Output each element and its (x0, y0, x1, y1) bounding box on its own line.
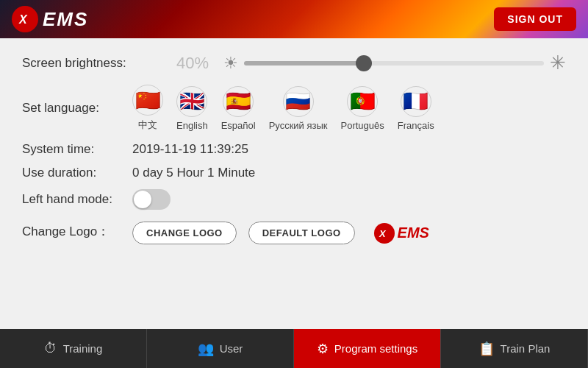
header: X EMS SIGN OUT (0, 0, 588, 38)
logo-icon: X (12, 6, 38, 32)
language-option-français[interactable]: 🇫🇷Français (398, 86, 434, 131)
flag-icon: 🇨🇳 (132, 85, 163, 116)
brightness-slider-thumb[interactable] (356, 55, 372, 71)
language-name: Français (398, 120, 434, 131)
nav-tab-user[interactable]: 👥User (147, 329, 294, 368)
use-duration-value: 0 day 5 Hour 1 Minute (132, 166, 255, 180)
flag-icon: 🇪🇸 (223, 86, 254, 117)
brightness-control[interactable]: ☀ ✳ (223, 52, 566, 74)
language-name: Português (341, 120, 384, 131)
svg-text:X: X (18, 13, 28, 26)
flag-icon: 🇵🇹 (347, 86, 378, 117)
change-logo-button[interactable]: CHANGE LOGO (132, 222, 237, 244)
nav-tab-training[interactable]: ⏱Training (0, 329, 147, 368)
nav-tab-program[interactable]: ⚙Program settings (294, 329, 441, 368)
user-label: User (220, 342, 243, 355)
ems-preview-text: EMS (398, 224, 429, 241)
training-label: Training (63, 342, 103, 355)
left-hand-row: Left hand mode: (22, 189, 566, 210)
program-icon: ⚙ (317, 341, 329, 357)
flag-icon: 🇷🇺 (283, 86, 314, 117)
logo-text: EMS (43, 8, 88, 31)
language-label: Set language: (22, 101, 132, 116)
language-option-русский-язык[interactable]: 🇷🇺Русский язык (269, 86, 328, 131)
change-logo-label: Change Logo： (22, 223, 132, 240)
language-option-português[interactable]: 🇵🇹Português (341, 86, 384, 131)
left-hand-label: Left hand mode: (22, 192, 132, 207)
sun-dim-icon: ☀ (223, 54, 238, 73)
language-flags: 🇨🇳中文🇬🇧English🇪🇸Español🇷🇺Русский язык🇵🇹Po… (132, 85, 434, 132)
system-time-row: System time: 2019-11-19 11:39:25 (22, 142, 566, 157)
flag-icon: 🇬🇧 (176, 86, 207, 117)
toggle-knob (134, 191, 151, 208)
training-icon: ⏱ (44, 341, 57, 356)
sun-bright-icon: ✳ (550, 52, 566, 74)
brightness-percent: 40% (176, 54, 209, 73)
brightness-row: Screen brightness: 40% ☀ ✳ (22, 52, 566, 74)
use-duration-row: Use duration: 0 day 5 Hour 1 Minute (22, 166, 566, 180)
system-time-value: 2019-11-19 11:39:25 (132, 142, 248, 157)
logo-area: X EMS (12, 6, 88, 32)
ems-preview-icon: X (374, 223, 395, 244)
use-duration-label: Use duration: (22, 166, 132, 180)
flag-icon: 🇫🇷 (401, 86, 431, 117)
language-option-中文[interactable]: 🇨🇳中文 (132, 85, 163, 132)
main-content: Screen brightness: 40% ☀ ✳ Set language:… (0, 38, 588, 329)
bottom-navigation: ⏱Training👥User⚙Program settings📋Train Pl… (0, 329, 588, 368)
sign-out-button[interactable]: SIGN OUT (494, 7, 576, 31)
ems-logo-preview: X EMS (374, 223, 429, 244)
language-name: Español (221, 120, 256, 131)
language-option-english[interactable]: 🇬🇧English (176, 86, 208, 131)
language-name: 中文 (138, 118, 157, 132)
default-logo-button[interactable]: DEFAULT LOGO (248, 222, 355, 244)
language-name: English (176, 120, 208, 131)
logo-buttons: CHANGE LOGO DEFAULT LOGO X EMS (132, 222, 429, 244)
nav-tab-train-plan[interactable]: 📋Train Plan (441, 329, 588, 368)
program-label: Program settings (334, 342, 417, 355)
language-option-español[interactable]: 🇪🇸Español (221, 86, 256, 131)
brightness-label: Screen brightness: (22, 56, 132, 71)
left-hand-toggle[interactable] (132, 189, 171, 210)
language-row: Set language: 🇨🇳中文🇬🇧English🇪🇸Español🇷🇺Ру… (22, 85, 566, 132)
change-logo-row: Change Logo： CHANGE LOGO DEFAULT LOGO X … (22, 219, 566, 244)
train-plan-icon: 📋 (478, 341, 495, 357)
language-name: Русский язык (269, 120, 328, 131)
system-time-label: System time: (22, 142, 132, 157)
svg-text:X: X (379, 228, 387, 239)
brightness-slider-track[interactable] (244, 61, 544, 66)
user-icon: 👥 (198, 341, 214, 357)
train-plan-label: Train Plan (501, 342, 551, 355)
